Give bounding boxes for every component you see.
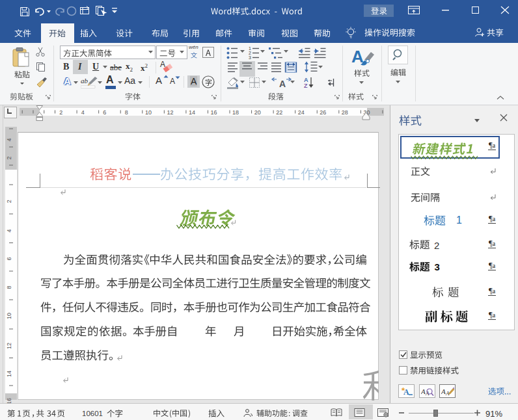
svg-text:22: 22 <box>276 109 282 116</box>
svg-text:10: 10 <box>6 313 12 319</box>
svg-text:6: 6 <box>6 257 12 260</box>
svg-text:2: 2 <box>6 200 12 203</box>
svg-text:28: 28 <box>342 109 348 116</box>
svg-text:A: A <box>421 387 426 395</box>
svg-text:16: 16 <box>211 109 217 116</box>
svg-text:10: 10 <box>145 109 152 116</box>
svg-text:26: 26 <box>320 109 326 116</box>
svg-text:4: 4 <box>6 138 12 141</box>
svg-text:4: 4 <box>6 229 12 232</box>
svg-text:12: 12 <box>167 109 173 116</box>
svg-text:12: 12 <box>6 343 12 349</box>
svg-text:14: 14 <box>189 109 195 116</box>
svg-text:18: 18 <box>232 109 239 116</box>
svg-text:8: 8 <box>6 285 12 289</box>
svg-text:20: 20 <box>254 109 261 116</box>
svg-text:8: 8 <box>125 109 128 116</box>
svg-text:24: 24 <box>298 109 305 116</box>
svg-text:2: 2 <box>6 156 12 159</box>
svg-text:A: A <box>441 387 446 395</box>
svg-text:4: 4 <box>81 109 85 116</box>
svg-text:14: 14 <box>6 371 12 377</box>
svg-text:2: 2 <box>59 109 62 116</box>
svg-text:6: 6 <box>103 109 106 116</box>
